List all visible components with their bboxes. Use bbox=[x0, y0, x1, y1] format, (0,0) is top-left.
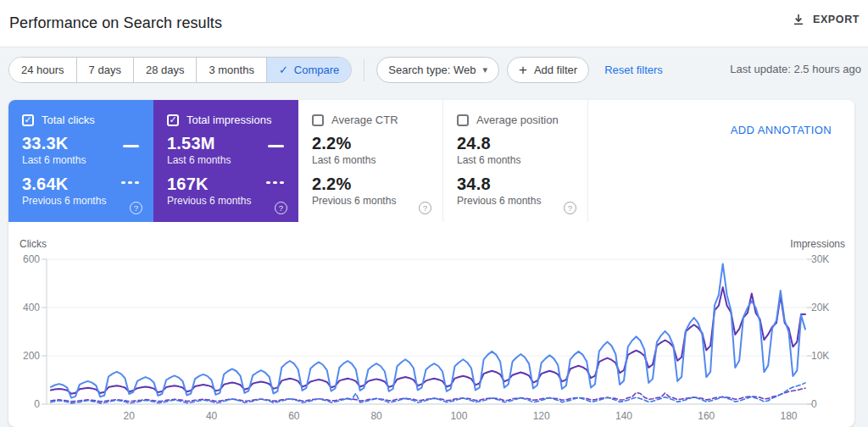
current-value: 2.2% bbox=[312, 134, 431, 152]
export-label: EXPORT bbox=[813, 14, 860, 25]
search-type-dropdown[interactable]: Search type: Web ▾ bbox=[376, 57, 499, 83]
right-axis-tick-30K: 30K bbox=[811, 253, 849, 265]
tile-total-clicks[interactable]: ✓ Total clicks 33.3K Last 6 months 3.64K… bbox=[8, 100, 153, 222]
current-value: 33.3K bbox=[22, 134, 142, 152]
check-icon: ✓ bbox=[279, 58, 288, 82]
metric-tiles-row: ✓ Total clicks 33.3K Last 6 months 3.64K… bbox=[8, 100, 854, 222]
left-axis-tick-400: 400 bbox=[13, 302, 40, 313]
plus-icon: + bbox=[519, 63, 527, 77]
add-filter-button[interactable]: + Add filter bbox=[507, 57, 589, 83]
check-icon: ✓ bbox=[24, 115, 31, 125]
tile-label: Average position bbox=[476, 114, 559, 126]
solid-line-icon bbox=[123, 145, 139, 147]
previous-caption: Previous 6 months bbox=[312, 195, 431, 207]
tile-label: Total impressions bbox=[186, 114, 271, 126]
current-caption: Last 6 months bbox=[22, 154, 142, 166]
x-axis-tick-60: 60 bbox=[275, 410, 313, 422]
compare-toggle[interactable]: ✓ Compare bbox=[266, 58, 351, 82]
left-axis-title: Clicks bbox=[19, 238, 47, 250]
tile-average-position[interactable]: Average position 24.8 Last 6 months 34.8… bbox=[443, 100, 588, 222]
help-icon[interactable]: ? bbox=[275, 202, 287, 214]
annotation-area: ADD ANNOTATION bbox=[588, 100, 854, 222]
filter-bar: 24 hours 7 days 28 days 3 months ✓ Compa… bbox=[8, 57, 861, 83]
solid-line-icon bbox=[268, 145, 284, 147]
left-axis-tick-600: 600 bbox=[13, 253, 40, 265]
x-axis-tick-180: 180 bbox=[771, 410, 808, 422]
right-axis-tick-10K: 10K bbox=[811, 350, 849, 362]
previous-caption: Previous 6 months bbox=[167, 195, 287, 207]
help-icon[interactable]: ? bbox=[419, 202, 431, 214]
left-axis-tick-200: 200 bbox=[13, 350, 40, 362]
performance-chart-card: ✓ Total clicks 33.3K Last 6 months 3.64K… bbox=[8, 100, 854, 427]
date-range-3-months[interactable]: 3 months bbox=[196, 58, 265, 82]
current-value: 1.53M bbox=[167, 134, 287, 152]
x-axis-tick-40: 40 bbox=[193, 410, 231, 422]
previous-value: 2.2% bbox=[312, 175, 431, 193]
help-icon[interactable]: ? bbox=[564, 202, 576, 214]
add-filter-label: Add filter bbox=[534, 64, 577, 76]
previous-value: 3.64K bbox=[22, 175, 142, 193]
previous-value: 167K bbox=[167, 175, 287, 193]
right-axis-tick-20K: 20K bbox=[811, 302, 849, 313]
right-axis-title: Impressions bbox=[790, 238, 845, 250]
total-impressions-checkbox[interactable]: ✓ bbox=[167, 114, 179, 126]
x-axis-tick-160: 160 bbox=[687, 410, 725, 422]
current-caption: Last 6 months bbox=[167, 154, 287, 166]
current-caption: Last 6 months bbox=[457, 154, 576, 166]
download-icon bbox=[792, 13, 805, 26]
chevron-down-icon: ▾ bbox=[482, 65, 487, 75]
date-range-7-days[interactable]: 7 days bbox=[76, 58, 133, 82]
page-header: Performance on Search results EXPORT bbox=[0, 0, 868, 47]
check-icon: ✓ bbox=[169, 115, 176, 125]
x-axis-tick-20: 20 bbox=[110, 410, 147, 422]
current-value: 24.8 bbox=[457, 134, 576, 152]
average-position-checkbox[interactable] bbox=[457, 114, 469, 126]
previous-caption: Previous 6 months bbox=[22, 195, 142, 207]
date-range-24-hours[interactable]: 24 hours bbox=[9, 58, 76, 82]
previous-value: 34.8 bbox=[457, 175, 576, 193]
export-button[interactable]: EXPORT bbox=[792, 13, 860, 26]
add-annotation-button[interactable]: ADD ANNOTATION bbox=[731, 124, 832, 136]
tile-label: Average CTR bbox=[331, 114, 398, 126]
x-axis-tick-80: 80 bbox=[358, 410, 395, 422]
right-axis-tick-0: 0 bbox=[811, 398, 849, 410]
dashed-line-icon bbox=[121, 181, 141, 184]
performance-report-page: Performance on Search results EXPORT 24 … bbox=[0, 0, 868, 427]
total-clicks-checkbox[interactable]: ✓ bbox=[22, 114, 34, 126]
x-axis-tick-140: 140 bbox=[605, 410, 643, 422]
date-range-28-days[interactable]: 28 days bbox=[133, 58, 197, 82]
x-axis-tick-120: 120 bbox=[523, 410, 560, 422]
filter-divider bbox=[364, 59, 364, 81]
x-axis-tick-100: 100 bbox=[440, 410, 477, 422]
date-range-group: 24 hours 7 days 28 days 3 months ✓ Compa… bbox=[8, 57, 352, 83]
tile-total-impressions[interactable]: ✓ Total impressions 1.53M Last 6 months … bbox=[153, 100, 298, 222]
page-title: Performance on Search results bbox=[9, 14, 222, 32]
search-type-label: Search type: Web bbox=[388, 64, 476, 76]
compare-label: Compare bbox=[294, 58, 339, 82]
dashed-line-icon bbox=[266, 181, 286, 184]
chart-plot-area[interactable] bbox=[47, 259, 805, 404]
tile-label: Total clicks bbox=[42, 114, 95, 126]
current-caption: Last 6 months bbox=[312, 154, 431, 166]
tile-average-ctr[interactable]: Average CTR 2.2% Last 6 months 2.2% Prev… bbox=[298, 100, 443, 222]
average-ctr-checkbox[interactable] bbox=[312, 114, 324, 126]
reset-filters-link[interactable]: Reset filters bbox=[604, 64, 663, 76]
last-update-text: Last update: 2.5 hours ago bbox=[730, 63, 861, 75]
previous-caption: Previous 6 months bbox=[457, 195, 576, 207]
help-icon[interactable]: ? bbox=[130, 202, 142, 214]
left-axis-tick-0: 0 bbox=[13, 398, 40, 410]
